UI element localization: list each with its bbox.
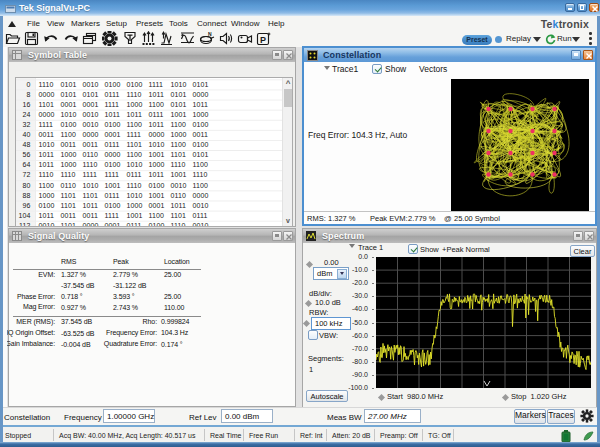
svg-text:N: N	[208, 31, 212, 37]
svg-text:P: P	[260, 35, 266, 45]
